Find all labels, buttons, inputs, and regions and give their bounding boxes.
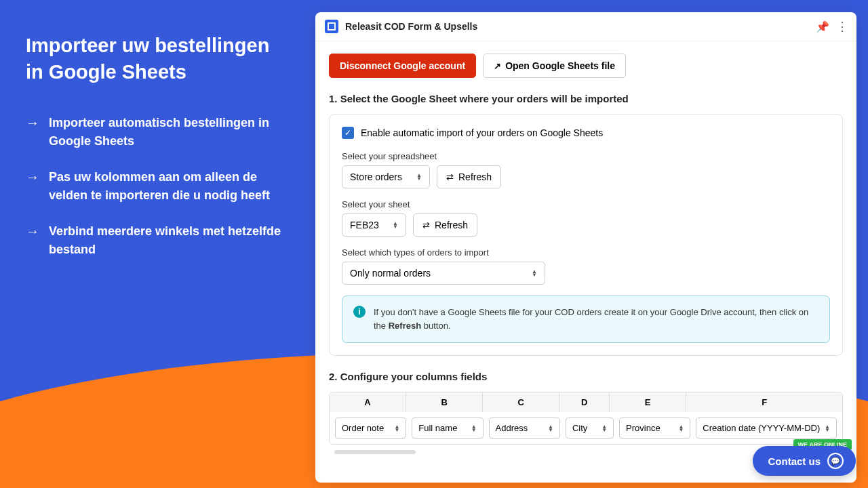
order-types-label: Select which types of orders to import: [342, 247, 830, 258]
feature-text: Pas uw kolommen aan om alleen de velden …: [49, 168, 283, 205]
chat-icon: 💬: [827, 453, 844, 469]
col-letter: F: [686, 392, 842, 412]
app-logo-icon: [325, 20, 338, 33]
info-callout: i If you don't have a Google Sheets file…: [342, 296, 830, 343]
sheet-value: FEB23: [350, 220, 379, 230]
col-letter: C: [483, 392, 559, 412]
spreadsheet-value: Store orders: [350, 171, 402, 182]
order-types-select[interactable]: Only normal orders ▲▼: [342, 262, 545, 285]
open-sheets-label: Open Google Sheets file: [505, 60, 615, 71]
feature-text: Verbind meerdere winkels met hetzelfde b…: [49, 222, 283, 259]
external-link-icon: [494, 60, 501, 71]
enable-label: Enable automatic import of your orders o…: [361, 127, 603, 138]
col-letter: B: [406, 392, 483, 412]
order-types-value: Only normal orders: [350, 268, 431, 279]
sheet-select[interactable]: FEB23 ▲▼: [342, 214, 406, 237]
arrow-icon: →: [26, 115, 39, 150]
section-2-heading: 2. Configure your columns fields: [329, 371, 843, 382]
enable-checkbox[interactable]: ✓: [342, 127, 354, 139]
chevron-updown-icon: ▲▼: [532, 270, 537, 277]
chevron-updown-icon: ▲▼: [393, 222, 398, 228]
feature-text: Importeer automatisch bestellingen in Go…: [49, 114, 283, 150]
pin-icon[interactable]: 📌: [816, 20, 829, 33]
column-select[interactable]: Order note▲▼: [335, 418, 406, 439]
settings-panel: Releasit COD Form & Upsells 📌 ⋮ Disconne…: [315, 12, 856, 483]
chevron-updown-icon: ▲▼: [471, 425, 477, 432]
feature-item: → Verbind meerdere winkels met hetzelfde…: [26, 222, 283, 259]
contact-label: Contact us: [768, 455, 821, 467]
chevron-updown-icon: ▲▼: [825, 425, 830, 432]
arrow-icon: →: [26, 169, 39, 205]
col-letter: D: [559, 392, 610, 412]
section-1-heading: 1. Select the Google Sheet where your or…: [329, 93, 843, 104]
refresh-spreadsheet-button[interactable]: Refresh: [437, 165, 501, 188]
column-select[interactable]: Address▲▼: [489, 418, 560, 439]
column-select[interactable]: City▲▼: [566, 418, 614, 439]
refresh-label: Refresh: [458, 171, 492, 182]
spreadsheet-label: Select your spreadsheet: [342, 151, 830, 161]
feature-item: → Importeer automatisch bestellingen in …: [26, 114, 283, 150]
col-letter: E: [610, 392, 686, 412]
column-select[interactable]: Full name▲▼: [412, 418, 483, 439]
column-select[interactable]: Creation date (YYYY-MM-DD)▲▼: [696, 418, 837, 439]
refresh-sheet-button[interactable]: Refresh: [413, 214, 477, 237]
disconnect-button[interactable]: Disconnect Google account: [329, 54, 476, 78]
info-text-post: button.: [421, 321, 450, 331]
contact-us-button[interactable]: Contact us 💬: [753, 446, 856, 476]
chevron-updown-icon: ▲▼: [416, 174, 422, 180]
chevron-updown-icon: ▲▼: [548, 425, 553, 432]
sheet-label: Select your sheet: [342, 199, 830, 209]
refresh-label: Refresh: [435, 220, 468, 230]
col-letter: A: [330, 392, 406, 412]
open-sheets-button[interactable]: Open Google Sheets file: [483, 54, 626, 78]
chevron-updown-icon: ▲▼: [678, 425, 684, 432]
spreadsheet-select[interactable]: Store orders ▲▼: [342, 165, 430, 188]
columns-table: A B C D E F Order note▲▼ Full name▲▼ Add…: [329, 392, 843, 445]
more-icon[interactable]: ⋮: [836, 19, 847, 34]
panel-title: Releasit COD Form & Upsells: [345, 21, 816, 32]
refresh-icon: [446, 171, 454, 182]
column-select[interactable]: Province▲▼: [619, 418, 690, 439]
chevron-updown-icon: ▲▼: [394, 425, 399, 432]
feature-item: → Pas uw kolommen aan om alleen de velde…: [26, 168, 283, 205]
arrow-icon: →: [26, 224, 39, 259]
info-bold: Refresh: [389, 321, 421, 331]
info-icon: i: [353, 306, 366, 318]
chevron-updown-icon: ▲▼: [601, 425, 607, 432]
scrollbar[interactable]: [334, 450, 416, 454]
sidebar-heading: Importeer uw bestellingen in Google Shee…: [26, 33, 283, 85]
refresh-icon: [422, 220, 430, 230]
